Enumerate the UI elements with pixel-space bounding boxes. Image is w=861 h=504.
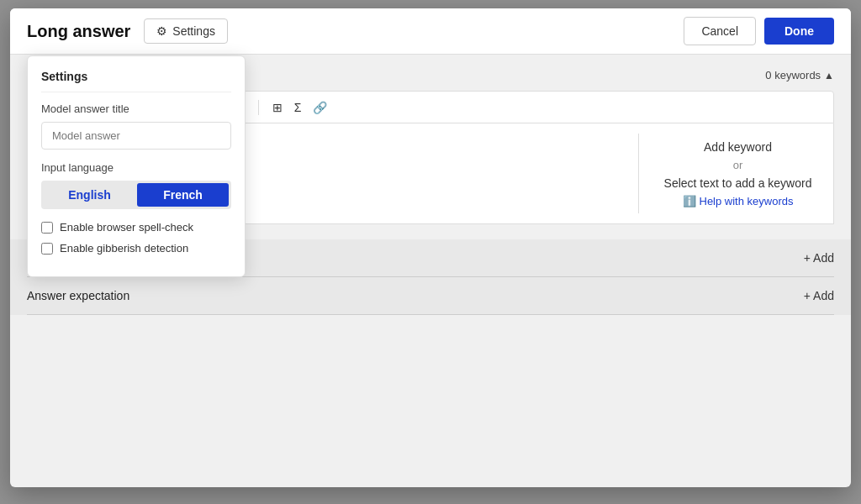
select-keyword-text: Select text to add a keyword: [664, 176, 812, 190]
modal-header: Long answer ⚙ Settings Cancel Done: [10, 8, 851, 55]
modal: Long answer ⚙ Settings Cancel Done Setti…: [10, 8, 851, 487]
english-button[interactable]: English: [44, 183, 135, 207]
gibberish-detection-row: Enable gibberish detection: [41, 242, 231, 255]
model-answer-title-label: Model answer title: [41, 102, 231, 115]
cancel-button[interactable]: Cancel: [684, 17, 756, 45]
editor-right: Add keyword or Select text to add a keyw…: [638, 134, 823, 213]
info-icon: ℹ️: [683, 195, 696, 207]
insert-group: ⊞ Σ 🔗: [267, 97, 333, 118]
spell-check-checkbox[interactable]: [41, 222, 53, 234]
gibberish-detection-checkbox[interactable]: [41, 243, 53, 255]
keywords-count: 0 keywords: [765, 69, 821, 81]
gear-icon: ⚙: [156, 24, 167, 38]
sigma-button[interactable]: Σ: [289, 97, 307, 118]
gibberish-detection-label: Enable gibberish detection: [60, 242, 188, 255]
help-keywords-link[interactable]: ℹ️ Help with keywords: [683, 195, 794, 207]
link-button[interactable]: 🔗: [308, 97, 332, 118]
modal-title: Long answer: [27, 22, 130, 41]
dropdown-title: Settings: [41, 70, 231, 92]
modal-overlay: Long answer ⚙ Settings Cancel Done Setti…: [0, 0, 861, 504]
french-button[interactable]: French: [137, 183, 229, 207]
prompt-text-add-button[interactable]: + Add: [804, 251, 834, 265]
help-link-text: Help with keywords: [700, 195, 794, 207]
toolbar-divider-3: [258, 100, 259, 115]
settings-dropdown: Settings Model answer title Input langua…: [27, 55, 246, 277]
table-button[interactable]: ⊞: [267, 97, 288, 118]
language-toggle: English French: [41, 181, 231, 209]
answer-expectation-add-button[interactable]: + Add: [804, 289, 834, 302]
chevron-up-icon: ▲: [824, 70, 834, 81]
keywords-badge[interactable]: 0 keywords ▲: [765, 69, 834, 81]
answer-expectation-row: Answer expectation + Add: [27, 277, 834, 315]
answer-expectation-label: Answer expectation: [27, 289, 129, 302]
or-text: or: [733, 159, 743, 171]
settings-tab-label: Settings: [172, 24, 215, 38]
spell-check-row: Enable browser spell-check: [41, 221, 231, 234]
model-answer-title-input[interactable]: [41, 122, 231, 150]
header-left: Long answer ⚙ Settings: [27, 18, 228, 44]
done-button[interactable]: Done: [764, 18, 834, 45]
spell-check-label: Enable browser spell-check: [60, 221, 193, 234]
add-keyword-text: Add keyword: [704, 140, 772, 154]
header-right: Cancel Done: [684, 17, 834, 45]
input-language-label: Input language: [41, 161, 231, 174]
settings-tab-button[interactable]: ⚙ Settings: [144, 18, 228, 44]
